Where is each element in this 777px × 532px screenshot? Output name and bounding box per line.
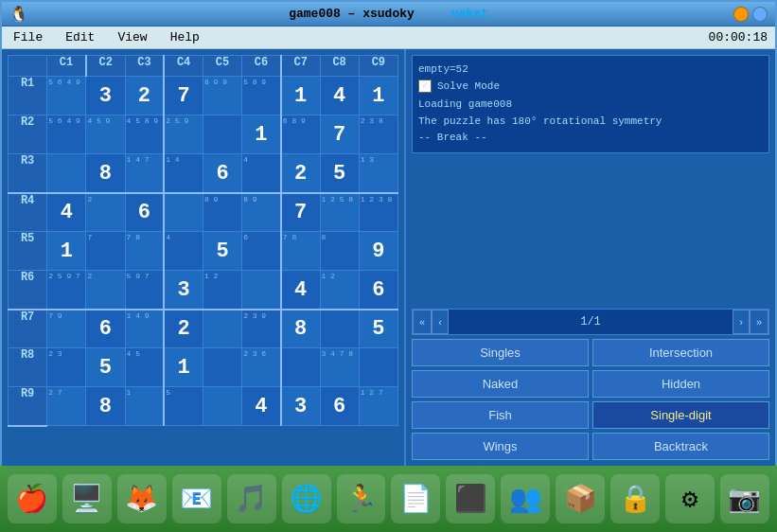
cell-r6-c9[interactable]: 6: [359, 271, 397, 310]
menu-help[interactable]: Help: [167, 28, 203, 46]
cell-r1-c6[interactable]: 5 8 9: [242, 77, 281, 115]
cell-r7-c8[interactable]: [320, 310, 359, 348]
cell-r7-c9[interactable]: 5: [359, 310, 397, 348]
strategy-singles[interactable]: Singles: [412, 339, 589, 366]
cell-r3-c7[interactable]: 2: [281, 154, 320, 193]
cell-r6-c8[interactable]: 1 2: [320, 271, 359, 310]
menu-file[interactable]: File: [9, 28, 46, 46]
cell-r9-c8[interactable]: 6: [320, 387, 359, 426]
cell-r2-c2[interactable]: 4 5 9: [86, 115, 125, 154]
close-button[interactable]: [752, 7, 768, 22]
cell-r4-c9[interactable]: 1 2 3 8: [359, 193, 397, 232]
cell-r5-c3[interactable]: 7 8: [125, 232, 164, 271]
cell-r2-c1[interactable]: 5 6 4 9: [47, 115, 86, 154]
cell-r4-c4[interactable]: [164, 193, 203, 232]
cell-r3-c6[interactable]: 4: [242, 154, 281, 193]
cell-r5-c4[interactable]: 4: [164, 232, 203, 271]
strategy-intersection[interactable]: Intersection: [592, 339, 769, 366]
cell-r7-c7[interactable]: 8: [281, 310, 320, 348]
dock-music[interactable]: 🎵: [227, 474, 276, 523]
cell-r4-c7[interactable]: 7: [281, 193, 320, 232]
cell-r6-c2[interactable]: 2: [86, 271, 125, 310]
dock-lock[interactable]: 🔒: [610, 474, 660, 523]
cell-r7-c4[interactable]: 2: [164, 310, 203, 348]
dock-finder[interactable]: 🍎: [8, 474, 57, 523]
cell-r5-c9[interactable]: 9: [359, 232, 397, 271]
cell-r3-c8[interactable]: 5: [320, 154, 359, 193]
cell-r5-c1[interactable]: 1: [47, 232, 86, 271]
cell-r2-c5[interactable]: [203, 115, 241, 154]
minimize-button[interactable]: [733, 7, 749, 22]
strategy-hidden[interactable]: Hidden: [592, 370, 769, 398]
dock-computer[interactable]: 🖥️: [62, 474, 112, 523]
cell-r2-c4[interactable]: 2 5 9: [164, 115, 203, 154]
cell-r8-c8[interactable]: 3 4 7 8: [320, 348, 359, 387]
cell-r1-c2[interactable]: 3: [86, 77, 125, 115]
cell-r7-c1[interactable]: 7 9: [47, 310, 86, 348]
cell-r9-c7[interactable]: 3: [281, 387, 320, 426]
dock-people[interactable]: 👥: [501, 474, 550, 523]
cell-r9-c3[interactable]: 1: [125, 387, 164, 426]
strategy-naked[interactable]: Naked: [412, 370, 589, 398]
cell-r8-c2[interactable]: 5: [86, 348, 125, 387]
cell-r9-c9[interactable]: 1 2 7: [359, 387, 397, 426]
cell-r2-c6[interactable]: 1: [242, 115, 281, 154]
cell-r8-c4[interactable]: 1: [164, 348, 203, 387]
cell-r3-c2[interactable]: 8: [86, 154, 125, 193]
cell-r7-c2[interactable]: 6: [86, 310, 125, 348]
cell-r8-c7[interactable]: [281, 348, 320, 387]
cell-r8-c3[interactable]: 4 5: [125, 348, 164, 387]
cell-r4-c8[interactable]: 1 2 5 8: [320, 193, 359, 232]
cell-r1-c4[interactable]: 7: [164, 77, 203, 115]
cell-r1-c9[interactable]: 1: [359, 77, 397, 115]
cell-r8-c5[interactable]: [203, 348, 241, 387]
cell-r5-c7[interactable]: 7 8: [281, 232, 320, 271]
nav-next-button[interactable]: ›: [733, 310, 750, 334]
cell-r4-c3[interactable]: 6: [125, 193, 164, 232]
nav-first-button[interactable]: «: [413, 310, 432, 334]
cell-r8-c6[interactable]: 2 3 6: [242, 348, 281, 387]
cell-r9-c6[interactable]: 4: [242, 387, 281, 426]
dock-apps[interactable]: ⬛: [446, 474, 495, 523]
cell-r5-c6[interactable]: 6: [242, 232, 281, 271]
dock-run[interactable]: 🏃: [337, 474, 386, 523]
dock-globe[interactable]: 🌐: [282, 474, 331, 523]
cell-r6-c3[interactable]: 5 9 7: [125, 271, 164, 310]
cell-r2-c9[interactable]: 2 3 8: [359, 115, 397, 154]
cell-r9-c1[interactable]: 2 7: [47, 387, 86, 426]
cell-r5-c2[interactable]: 7: [86, 232, 125, 271]
cell-r1-c1[interactable]: 5 6 4 9: [47, 77, 86, 115]
strategy-single-digit[interactable]: Single-digit: [592, 401, 769, 429]
cell-r4-c5[interactable]: 8 9: [203, 193, 241, 232]
dock-mail[interactable]: 📧: [172, 474, 221, 523]
cell-r1-c5[interactable]: 8 9 9: [203, 77, 241, 115]
cell-r7-c5[interactable]: [203, 310, 241, 348]
dock-docs[interactable]: 📄: [391, 474, 440, 523]
cell-r9-c2[interactable]: 8: [86, 387, 125, 426]
solve-mode-checkbox[interactable]: ✓: [418, 80, 432, 93]
cell-r3-c3[interactable]: 1 4 7: [125, 154, 164, 193]
cell-r4-c6[interactable]: 8 9: [242, 193, 281, 232]
cell-r1-c7[interactable]: 1: [281, 77, 320, 115]
strategy-fish[interactable]: Fish: [412, 401, 589, 429]
strategy-wings[interactable]: Wings: [412, 433, 589, 460]
dock-package[interactable]: 📦: [556, 474, 605, 523]
dock-camera[interactable]: 📷: [720, 474, 769, 523]
cell-r6-c6[interactable]: [242, 271, 281, 310]
cell-r9-c5[interactable]: [203, 387, 241, 426]
strategy-backtrack[interactable]: Backtrack: [592, 433, 769, 460]
cell-r4-c2[interactable]: 2: [86, 193, 125, 232]
menu-view[interactable]: View: [114, 28, 150, 46]
dock-settings[interactable]: ⚙️: [665, 474, 715, 523]
menu-edit[interactable]: Edit: [62, 28, 98, 46]
cell-r7-c3[interactable]: 1 4 9: [125, 310, 164, 348]
cell-r9-c4[interactable]: 5: [164, 387, 203, 426]
cell-r3-c5[interactable]: 6: [203, 154, 241, 193]
cell-r7-c6[interactable]: 2 3 9: [242, 310, 281, 348]
cell-r1-c8[interactable]: 4: [320, 77, 359, 115]
cell-r1-c3[interactable]: 2: [125, 77, 164, 115]
cell-r5-c8[interactable]: 8: [320, 232, 359, 271]
cell-r6-c1[interactable]: 2 5 9 7: [47, 271, 86, 310]
nav-prev-button[interactable]: ‹: [432, 310, 449, 334]
cell-r2-c3[interactable]: 4 5 8 9: [125, 115, 164, 154]
